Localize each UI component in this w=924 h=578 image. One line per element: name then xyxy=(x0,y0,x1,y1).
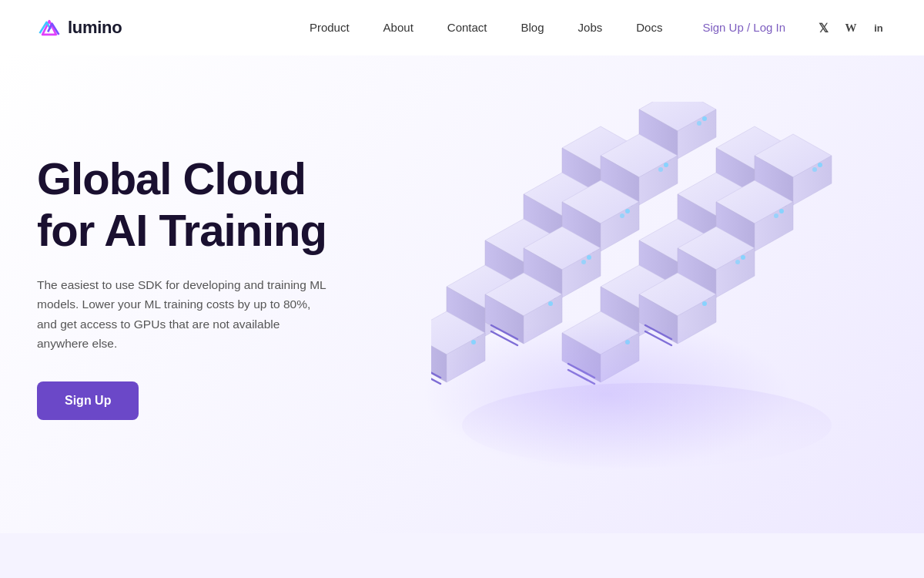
nav-jobs[interactable]: Jobs xyxy=(561,15,620,40)
nav-docs[interactable]: Docs xyxy=(619,15,679,40)
hero-illustration xyxy=(407,86,887,487)
nav-contact[interactable]: Contact xyxy=(430,15,504,40)
svg-point-48 xyxy=(818,163,822,167)
nav-product[interactable]: Product xyxy=(293,15,367,40)
brand-name: lumino xyxy=(68,18,122,38)
svg-point-104 xyxy=(741,255,745,260)
svg-point-91 xyxy=(581,260,586,264)
hero-signup-button[interactable]: Sign Up xyxy=(37,381,139,420)
navigation: lumino Product About Contact Blog Jobs D… xyxy=(0,0,924,55)
bottom-illustration xyxy=(579,572,887,578)
hero-title: Global Cloud for AI Training xyxy=(37,153,407,256)
hero-subtitle: The easiest to use SDK for developing an… xyxy=(37,275,330,354)
svg-point-14 xyxy=(697,121,701,126)
bottom-section: Easy to Use SDK xyxy=(0,533,924,578)
logo-link[interactable]: lumino xyxy=(37,15,122,40)
svg-point-35 xyxy=(658,167,663,172)
svg-point-105 xyxy=(735,260,740,264)
svg-point-63 xyxy=(620,213,624,218)
nav-about[interactable]: About xyxy=(367,15,430,40)
bottom-content: Easy to Use SDK xyxy=(37,572,579,578)
nav-links: Product About Contact Blog Jobs Docs Sig… xyxy=(293,21,802,35)
svg-point-77 xyxy=(774,213,778,218)
svg-point-49 xyxy=(812,167,817,172)
svg-point-34 xyxy=(664,163,668,167)
hero-content: Global Cloud for AI Training The easiest… xyxy=(37,153,407,420)
social-links xyxy=(815,19,887,36)
hero-section: Global Cloud for AI Training The easiest… xyxy=(0,55,924,533)
svg-point-90 xyxy=(587,255,591,260)
logo-icon xyxy=(37,15,62,40)
webflow-icon[interactable] xyxy=(842,19,859,36)
character-illustration xyxy=(779,564,887,578)
svg-point-13 xyxy=(702,116,707,121)
nav-blog[interactable]: Blog xyxy=(504,15,561,40)
nav-signup[interactable]: Sign Up / Log In xyxy=(685,15,802,40)
svg-point-76 xyxy=(779,209,784,213)
svg-point-62 xyxy=(625,209,630,213)
svg-point-117 xyxy=(548,301,553,306)
scene-glow xyxy=(422,318,792,472)
twitter-x-icon[interactable] xyxy=(815,19,832,36)
svg-point-129 xyxy=(702,301,707,306)
linkedin-icon[interactable] xyxy=(870,19,887,36)
